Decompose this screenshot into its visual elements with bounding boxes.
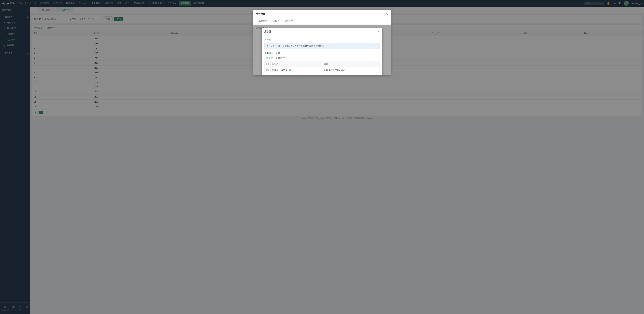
row-checkbox[interactable] [266,68,268,71]
inner-modal: 后加签 ✕ 后加签 每一个用户代表一个审批节点，可通过拖拽的方式实现审批顺序。 … [262,28,382,75]
delete-row-button[interactable]: 🗑 删除行 [276,56,285,59]
outer-modal-body: 动态表单 后加签 ✕ 后加签 每一个用户代表一个审批节点，可通过拖拽的方式实现审… [253,25,391,75]
inner-modal-close-button[interactable]: ✕ [378,30,380,33]
approval-type-value: 并行 [276,51,280,54]
approval-type: 审批类型： 并行 [264,51,380,54]
outer-modal: 流程审批 ✕ 基本信息 流程图 审批历史 动态表单 后加签 ✕ 后加签 [253,10,391,75]
inner-modal-overlay: 后加签 ✕ 后加签 每一个用户代表一个审批节点，可通过拖拽的方式实现审批顺序。 … [253,25,391,75]
outer-modal-header: 流程审批 ✕ [253,10,391,18]
email-cell: 3532684497@qq.com [322,67,380,73]
outer-modal-tab-basic[interactable]: 基本信息 [256,18,270,25]
inner-table-row: 100004_诸葛亮 ⊕ 3532684497@qq.com [264,67,380,73]
approver-name: 100004_诸葛亮 [272,69,287,71]
info-banner: 每一个用户代表一个审批节点，可通过拖拽的方式实现审批顺序。 [264,43,380,49]
row-checkbox-cell [264,67,270,73]
add-row-button[interactable]: + 新增行 [264,56,273,59]
modal-backdrop: 流程审批 ✕ 基本信息 流程图 审批历史 动态表单 后加签 ✕ 后加签 [0,0,644,314]
inner-modal-subtitle: 后加签 [264,38,380,41]
approval-type-label: 审批类型： [264,51,275,54]
outer-modal-title: 流程审批 [256,12,265,15]
inner-modal-body: 后加签 每一个用户代表一个审批节点，可通过拖拽的方式实现审批顺序。 审批类型： … [262,35,382,75]
select-all-checkbox[interactable] [266,63,268,65]
inner-modal-header: 后加签 ✕ [262,28,382,35]
inner-col-approver: 审批人 [270,61,322,67]
approver-cell: 100004_诸葛亮 ⊕ [270,67,322,73]
inner-modal-table: 审批人 邮箱 100004_诸葛亮 [264,61,380,73]
outer-modal-tabs: 基本信息 流程图 审批历史 [253,18,391,25]
approver-add-icon[interactable]: ⊕ [289,68,291,71]
outer-modal-tab-flowchart[interactable]: 流程图 [270,18,282,25]
inner-modal-title: 后加签 [264,30,271,33]
inner-col-checkbox [264,61,270,67]
table-actions: + 新增行 🗑 删除行 [264,56,380,59]
outer-modal-tab-history[interactable]: 审批历史 [282,18,296,25]
outer-modal-close-button[interactable]: ✕ [386,12,388,16]
inner-table-header-row: 审批人 邮箱 [264,61,380,67]
inner-col-email: 邮箱 [322,61,380,67]
